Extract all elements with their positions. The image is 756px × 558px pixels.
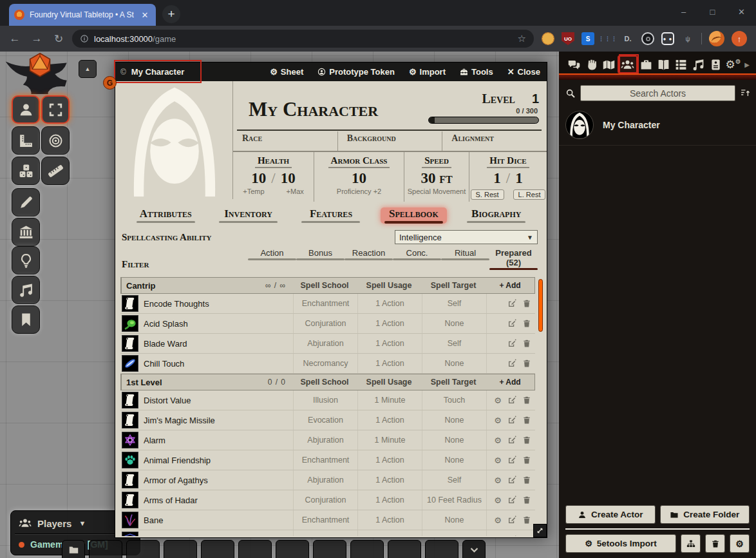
edit-spell-icon[interactable] (507, 396, 516, 405)
sound-controls-button[interactable] (12, 276, 40, 304)
short-rest-button[interactable]: S. Rest (471, 189, 504, 200)
token-controls-button[interactable] (12, 95, 40, 124)
s-extension-icon[interactable]: S (581, 32, 594, 45)
create-folder-button[interactable]: Create Folder (660, 505, 750, 524)
folder-tree-button[interactable] (681, 534, 701, 553)
macro-slot[interactable] (425, 540, 458, 558)
5etools-import-button[interactable]: ⚙ 5etools Import (565, 534, 676, 553)
macro-slot[interactable] (89, 540, 122, 558)
delete-spell-icon[interactable] (522, 396, 531, 405)
spell-icon[interactable] (122, 532, 138, 536)
maximize-button[interactable]: □ (698, 0, 727, 23)
new-tab-button[interactable]: + (162, 5, 180, 23)
settings-button[interactable]: ⚙ (730, 534, 750, 553)
resize-handle[interactable] (533, 524, 547, 537)
notes-controls-button[interactable] (12, 305, 40, 334)
robot-extension-icon[interactable]: ● ● (661, 32, 674, 45)
spell-icon[interactable] (122, 355, 138, 372)
delete-spell-icon[interactable] (522, 359, 531, 368)
temp-hp-label[interactable]: +Temp (243, 188, 264, 195)
spell-row[interactable]: Animal FriendshipEnchantment1 ActionNone… (120, 450, 535, 470)
tab-spellbook[interactable]: Spellbook (381, 207, 447, 224)
spell-icon[interactable] (122, 392, 138, 409)
macro-slot[interactable] (388, 540, 421, 558)
spell-row[interactable]: AlarmAbjuration1 MinuteNone⚙ (120, 430, 535, 450)
create-actor-button[interactable]: Create Actor (565, 505, 656, 524)
xp-value[interactable]: 0 / 300 (423, 107, 538, 115)
sheet-config-button[interactable]: ⚙Sheet (270, 67, 303, 77)
target-tool-button[interactable] (41, 126, 70, 155)
filter-bonus[interactable]: Bonus (296, 248, 345, 270)
identity-field-race[interactable]: Race (233, 131, 337, 151)
prepare-spell-icon[interactable]: ⚙ (494, 536, 502, 537)
spell-slots-value[interactable]: ∞ / ∞ (265, 281, 292, 290)
spell-slots-value[interactable]: 0 / 0 (268, 378, 292, 387)
spell-name[interactable]: Encode Thoughts (144, 299, 293, 309)
browser-tab[interactable]: Foundry Virtual Tabletop • A Stan ✕ (9, 4, 156, 26)
sort-icon[interactable] (740, 88, 751, 99)
character-portrait[interactable] (117, 82, 232, 199)
delete-spell-icon[interactable] (522, 456, 531, 465)
update-browser-button[interactable]: ↑ (732, 31, 747, 46)
tab-features[interactable]: Features (298, 207, 364, 224)
filter-action[interactable]: Action (248, 248, 296, 270)
delete-spell-icon[interactable] (522, 495, 531, 505)
lighting-controls-button[interactable] (12, 246, 40, 274)
spell-name[interactable]: Jim's Magic Missile (144, 416, 293, 425)
reload-button[interactable]: ↻ (50, 30, 67, 47)
actor-name[interactable]: My Character (603, 120, 660, 130)
search-actors-input[interactable]: Search Actors (580, 85, 735, 101)
hit-dice-block[interactable]: Hit Dice 1/1 S. Rest L. Rest (469, 152, 547, 202)
sidebar-tab-scenes[interactable] (600, 55, 618, 73)
macro-page-down-button[interactable] (462, 540, 486, 558)
sidebar-tab-settings[interactable]: ⚙⚙ (724, 55, 742, 73)
spell-row[interactable]: Arms of HadarConjuration1 Action10 Feet … (120, 490, 535, 510)
edit-spell-icon[interactable] (507, 299, 516, 308)
spell-row[interactable]: Encode ThoughtsEnchantment1 ActionSelf (120, 294, 535, 314)
drawing-controls-button[interactable] (12, 188, 40, 216)
spell-name[interactable]: Arms of Hadar (144, 495, 293, 505)
delete-button[interactable] (705, 534, 725, 553)
macro-slot[interactable] (164, 540, 197, 558)
delete-spell-icon[interactable] (522, 535, 531, 536)
delete-spell-icon[interactable] (522, 319, 531, 328)
spell-icon[interactable] (122, 492, 138, 508)
spell-icon[interactable] (122, 335, 138, 352)
spell-row[interactable]: Acid SplashConjuration1 ActionNone (120, 314, 535, 334)
speed-block[interactable]: Speed 30 ft Special Movement (404, 152, 469, 202)
ublock-extension-icon[interactable]: UO (562, 32, 574, 45)
cookie-extension-icon[interactable] (542, 32, 554, 45)
macro-folder-button[interactable] (62, 540, 85, 558)
armor-class-block[interactable]: Armor Class 10 Proficiency +2 (314, 152, 404, 202)
edit-spell-icon[interactable] (507, 319, 516, 328)
edit-spell-icon[interactable] (507, 535, 516, 536)
edit-spell-icon[interactable] (507, 359, 516, 368)
health-block[interactable]: Health 10/10 +Temp+Max (233, 152, 314, 202)
edit-spell-icon[interactable] (507, 339, 516, 348)
spell-row[interactable]: Chill TouchNecromancy1 ActionNone (120, 354, 535, 374)
info-icon[interactable] (80, 34, 89, 43)
game-canvas[interactable]: ▲ Players ▼ Gamemaster [GM] © My Charact… (0, 52, 756, 558)
macro-slot[interactable] (276, 540, 309, 558)
prototype-token-button[interactable]: Prototype Token (317, 67, 395, 77)
prepare-spell-icon[interactable]: ⚙ (494, 396, 502, 405)
spell-row[interactable]: Blade WardAbjuration1 ActionSelf (120, 334, 535, 354)
sidebar-tab-tables[interactable] (672, 55, 690, 73)
close-window-button[interactable]: ✕ (727, 0, 756, 23)
spell-name[interactable]: Bless (144, 535, 293, 537)
delete-spell-icon[interactable] (522, 339, 531, 348)
sidebar-tab-chat[interactable] (565, 55, 583, 73)
special-movement-label[interactable]: Special Movement (404, 188, 469, 195)
filter-ritual[interactable]: Ritual (441, 248, 489, 270)
sidebar-collapse-icon[interactable]: ▶ (742, 61, 752, 68)
macro-slot[interactable] (126, 540, 160, 558)
tab-biography[interactable]: Biography (463, 207, 529, 224)
macro-slot[interactable] (350, 540, 384, 558)
tab-inventory[interactable]: Inventory (215, 207, 281, 224)
prepare-spell-icon[interactable]: ⚙ (494, 496, 502, 505)
prepare-spell-icon[interactable]: ⚙ (494, 456, 502, 465)
spell-row[interactable]: Jim's Magic MissileEvocation1 ActionNone… (120, 410, 535, 430)
actor-avatar[interactable] (565, 111, 594, 139)
add-spell-button[interactable]: + Add (486, 378, 534, 387)
delete-spell-icon[interactable] (522, 416, 531, 425)
